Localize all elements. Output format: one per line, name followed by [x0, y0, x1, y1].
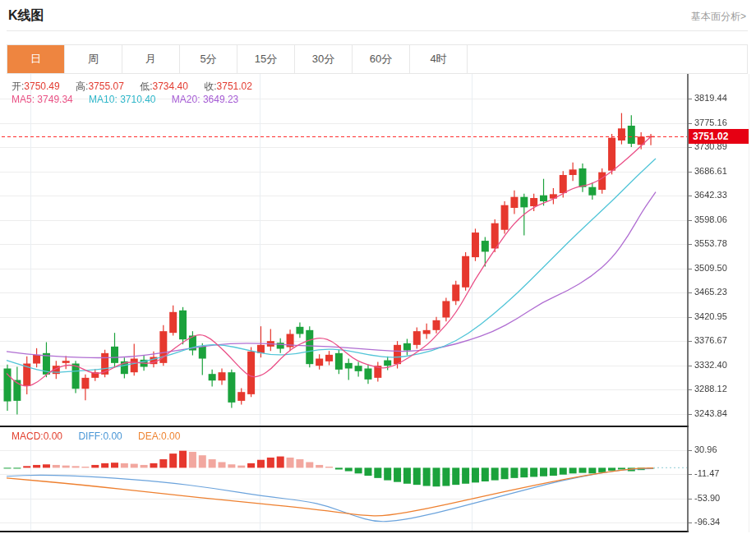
dea-value: 0.00 [161, 430, 180, 442]
tick-mark [689, 414, 692, 415]
fundamental-analysis-link[interactable]: 基本面分析> [691, 10, 746, 24]
low-label: 低: [140, 81, 152, 92]
page-title: K线图 [8, 7, 44, 25]
ma10-value: 3710.40 [120, 94, 155, 105]
price-tick-label: 3509.50 [694, 263, 727, 273]
price-tick-label: 3775.16 [694, 117, 727, 127]
price-tick-label: 3553.78 [694, 238, 727, 248]
tick-mark [689, 147, 692, 148]
high-value: 3755.07 [88, 81, 123, 92]
tab-week[interactable]: 周 [65, 45, 122, 73]
current-price-tag: 3751.02 [689, 129, 749, 144]
macd-tick-label: 30.96 [694, 444, 717, 454]
tab-15min[interactable]: 15分 [237, 45, 295, 73]
ma20-value: 3649.23 [203, 94, 238, 105]
ma20-label: MA20: [172, 94, 201, 105]
dea-label: DEA: [138, 430, 161, 442]
tick-mark [689, 269, 692, 269]
price-tick-label: 3376.67 [694, 335, 727, 345]
macd-tick-label: -96.34 [694, 517, 720, 527]
tab-day[interactable]: 日 [7, 45, 65, 73]
macd-tick-label: -53.90 [694, 493, 720, 503]
price-tick-label: 3288.12 [694, 384, 727, 394]
tick-mark [689, 522, 692, 523]
close-value: 3751.02 [217, 81, 252, 92]
tick-mark [689, 317, 692, 318]
ma5-label: MA5: [12, 94, 35, 105]
tick-mark [689, 474, 692, 475]
price-tick-label: 3465.23 [694, 287, 727, 297]
diff-label: DIFF: [78, 430, 103, 442]
container-right-border [749, 74, 749, 532]
tab-30min[interactable]: 30分 [295, 45, 353, 73]
tick-mark [689, 196, 692, 196]
open-value: 3750.49 [24, 81, 59, 92]
macd-value: 0.00 [44, 430, 62, 442]
ohlc-readout: 开:3750.49 高:3755.07 低:3734.40 收:3751.02 [12, 80, 252, 94]
tick-mark [689, 292, 692, 293]
kline-app: K线图 基本面分析> 日 周 月 5分 15分 30分 60分 4时 开:375… [0, 0, 756, 534]
diff-value: 0.00 [103, 430, 122, 442]
tab-4hour[interactable]: 4时 [410, 45, 468, 73]
tick-mark [689, 123, 692, 124]
tick-mark [689, 366, 692, 366]
price-tick-label: 3420.95 [694, 311, 727, 321]
tick-mark [689, 341, 692, 342]
macd-tick-label: -11.47 [694, 468, 719, 478]
price-tick-label: 3686.61 [694, 166, 727, 176]
tab-60min[interactable]: 60分 [353, 45, 410, 73]
price-tick-label: 3332.40 [694, 360, 727, 370]
ma5-value: 3749.34 [37, 94, 72, 105]
price-tick-label: 3598.06 [694, 214, 727, 224]
ma-readout: MA5: 3749.34 MA10: 3710.40 MA20: 3649.23 [12, 94, 238, 105]
close-label: 收: [204, 81, 216, 92]
macd-readout: MACD:0.00 DIFF:0.00 DEA:0.00 [12, 430, 180, 442]
tab-month[interactable]: 月 [122, 45, 180, 73]
tick-mark [689, 172, 692, 173]
tick-mark [689, 99, 692, 99]
price-tick-label: 3819.44 [694, 93, 727, 103]
tick-mark [689, 499, 692, 499]
tick-mark [689, 220, 692, 221]
tick-mark [689, 450, 692, 451]
price-tick-label: 3642.33 [694, 190, 727, 200]
macd-label: MACD: [12, 430, 44, 442]
open-label: 开: [12, 81, 24, 92]
tick-mark [689, 244, 692, 245]
low-value: 3734.40 [153, 81, 188, 92]
price-tick-label: 3243.84 [694, 408, 727, 418]
tab-5min[interactable]: 5分 [180, 45, 237, 73]
tick-mark [689, 389, 692, 390]
high-label: 高: [76, 81, 88, 92]
ma10-label: MA10: [89, 94, 118, 105]
period-tabbar: 日 周 月 5分 15分 30分 60分 4时 [7, 44, 748, 74]
kline-chart-canvas[interactable] [0, 74, 689, 532]
header-divider [7, 30, 748, 31]
